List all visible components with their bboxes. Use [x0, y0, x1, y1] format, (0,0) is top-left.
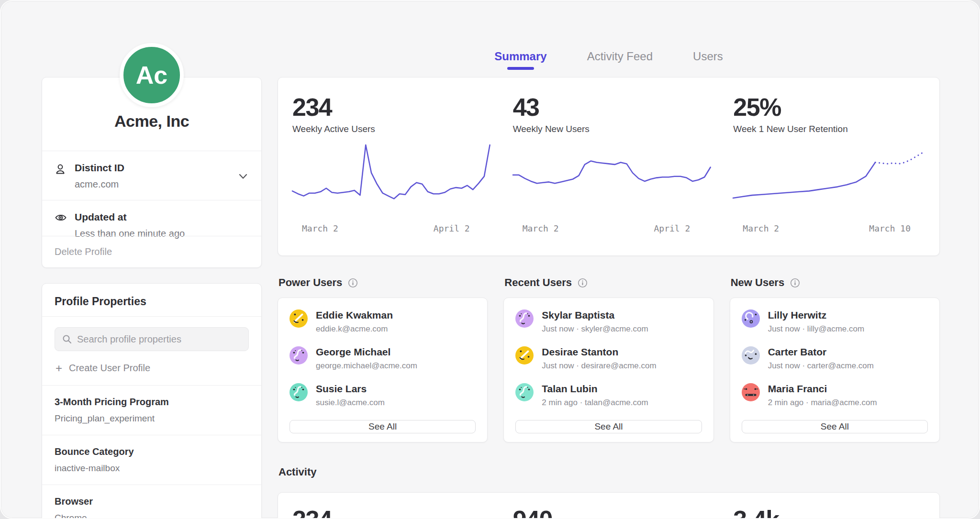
divider: [42, 316, 261, 317]
user-avatar: [290, 346, 308, 364]
user-list-item[interactable]: Skylar Baptista Just now · skyler@acme.c…: [515, 309, 702, 334]
user-list-item[interactable]: Maria Franci 2 min ago · maria@acme.com: [742, 383, 928, 408]
delete-profile-button[interactable]: Delete Profile: [42, 236, 261, 267]
metric-column: 43 Weekly New Users March 2 April 2: [499, 77, 719, 255]
user-detail: Just now · carter@acme.com: [768, 361, 874, 371]
user-list-item[interactable]: Susie Lars susie.l@acme.com: [290, 383, 476, 408]
sparkline-chart: [513, 141, 711, 218]
profile-properties-list: 3-Month Pricing Program Pricing_plan_exp…: [42, 385, 261, 519]
create-user-profile-button[interactable]: + Create User Profile: [42, 351, 261, 385]
user-list-item[interactable]: George Michael george.michael@acme.com: [290, 346, 476, 371]
user-avatar: [742, 346, 760, 364]
chevron-down-icon[interactable]: [238, 173, 248, 180]
profile-tabs: Summary Activity Feed Users: [278, 50, 940, 70]
see-all-button[interactable]: See All: [290, 420, 476, 433]
user-list-card: Lilly Herwitz Just now · lilly@acme.com …: [730, 298, 940, 442]
info-icon[interactable]: [790, 278, 800, 288]
metric-value: 25%: [733, 94, 939, 121]
search-input[interactable]: [77, 334, 242, 345]
user-list-item[interactable]: Desirae Stanton Just now · desirare@acme…: [515, 346, 702, 371]
user-name: George Michael: [316, 346, 417, 358]
user-detail: susie.l@acme.com: [316, 398, 385, 408]
person-icon: [55, 163, 67, 176]
profile-properties-search: [55, 327, 249, 351]
profile-properties-card: Profile Properties + Create User Profile: [42, 283, 262, 519]
info-icon[interactable]: [348, 278, 358, 288]
metric-sparkline-wrap: March 2 April 2: [292, 141, 490, 233]
user-list: Eddie Kwakman eddie.k@acme.com George Mi…: [290, 309, 476, 420]
profile-property-item[interactable]: 3-Month Pricing Program Pricing_plan_exp…: [42, 385, 261, 435]
user-list: Skylar Baptista Just now · skyler@acme.c…: [515, 309, 702, 420]
user-name: Susie Lars: [316, 383, 385, 395]
user-avatar: [290, 309, 308, 328]
user-list: Lilly Herwitz Just now · lilly@acme.com …: [742, 309, 928, 420]
user-list-card: Skylar Baptista Just now · skyler@acme.c…: [503, 298, 713, 442]
user-list-item[interactable]: Lilly Herwitz Just now · lilly@acme.com: [742, 309, 928, 334]
activity-stat-value: 940: [513, 506, 719, 519]
user-section-title: Recent Users: [504, 276, 572, 289]
tab[interactable]: Activity Feed: [587, 50, 653, 70]
metric-value: 43: [513, 94, 719, 121]
search-icon: [62, 334, 72, 344]
activity-stat-column: 234: [278, 493, 499, 519]
updated-at-label: Updated at: [75, 211, 185, 223]
axis-label-left: March 2: [743, 223, 779, 233]
user-detail: eddie.k@acme.com: [316, 324, 393, 334]
property-label: 3-Month Pricing Program: [55, 397, 249, 408]
company-name: Acme, Inc: [42, 112, 261, 131]
plus-icon: +: [56, 364, 62, 373]
info-icon[interactable]: [578, 278, 588, 288]
user-list-card: Eddie Kwakman eddie.k@acme.com George Mi…: [278, 298, 488, 442]
see-all-button[interactable]: See All: [515, 420, 702, 433]
tab[interactable]: Summary: [494, 50, 546, 70]
axis-label-left: March 2: [523, 223, 559, 233]
activity-stat-column: 3.4k: [719, 493, 939, 519]
user-list-item[interactable]: Talan Lubin 2 min ago · talan@acme.com: [515, 383, 702, 408]
user-section: New Users: [730, 276, 940, 442]
activity-card: 234 940 3.4k: [278, 492, 940, 519]
user-list-item[interactable]: Carter Bator Just now · carter@acme.com: [742, 346, 928, 371]
axis-label-right: April 2: [434, 223, 470, 233]
see-all-button[interactable]: See All: [742, 420, 928, 433]
user-section: Recent Users: [503, 276, 713, 442]
user-avatar: [515, 383, 534, 401]
activity-section-title: Activity: [278, 466, 316, 478]
metric-column: 25% Week 1 New User Retention March 2 Ma…: [719, 77, 939, 255]
user-section: Power Users: [278, 276, 488, 442]
property-value: Pricing_plan_experiment: [55, 413, 249, 424]
user-detail: 2 min ago · talan@acme.com: [542, 398, 648, 408]
user-name: Maria Franci: [768, 383, 877, 395]
metric-sparkline-wrap: March 2 March 10: [733, 141, 931, 233]
profile-property-item[interactable]: Bounce Category inactive-mailbox: [42, 435, 261, 485]
eye-icon: [55, 212, 67, 223]
profile-property-item[interactable]: Browser Chrome: [42, 485, 261, 519]
user-avatar: [515, 309, 534, 328]
user-name: Talan Lubin: [542, 383, 648, 395]
distinct-id-label: Distinct ID: [75, 162, 124, 174]
user-avatar: [290, 383, 308, 401]
metric-label: Weekly Active Users: [292, 124, 499, 134]
property-label: Browser: [55, 496, 249, 507]
user-section-title: Power Users: [278, 276, 342, 289]
axis-label-right: April 2: [654, 223, 690, 233]
distinct-id-row[interactable]: Distinct ID acme.com: [42, 151, 261, 200]
user-detail: 2 min ago · maria@acme.com: [768, 398, 877, 408]
distinct-id-value: acme.com: [75, 179, 124, 190]
sparkline-chart: [292, 141, 490, 218]
company-profile-window: Ac Acme, Inc Distinct ID acme.com: [0, 0, 980, 519]
user-detail: Just now · skyler@acme.com: [542, 324, 648, 334]
sparkline-axis-labels: March 2 April 2: [513, 218, 711, 233]
user-list-item[interactable]: Eddie Kwakman eddie.k@acme.com: [290, 309, 476, 334]
tab[interactable]: Users: [693, 50, 723, 70]
property-value: Chrome: [55, 513, 249, 519]
activity-stat-value: 234: [292, 506, 499, 519]
property-label: Bounce Category: [55, 446, 249, 457]
create-user-profile-label: Create User Profile: [69, 363, 150, 374]
user-name: Lilly Herwitz: [768, 309, 864, 321]
sparkline-axis-labels: March 2 April 2: [292, 218, 490, 233]
user-name: Skylar Baptista: [542, 309, 648, 321]
axis-label-right: March 10: [869, 223, 911, 233]
user-avatar: [742, 383, 760, 401]
sparkline-chart: [733, 141, 931, 218]
metric-label: Week 1 New User Retention: [733, 124, 939, 134]
